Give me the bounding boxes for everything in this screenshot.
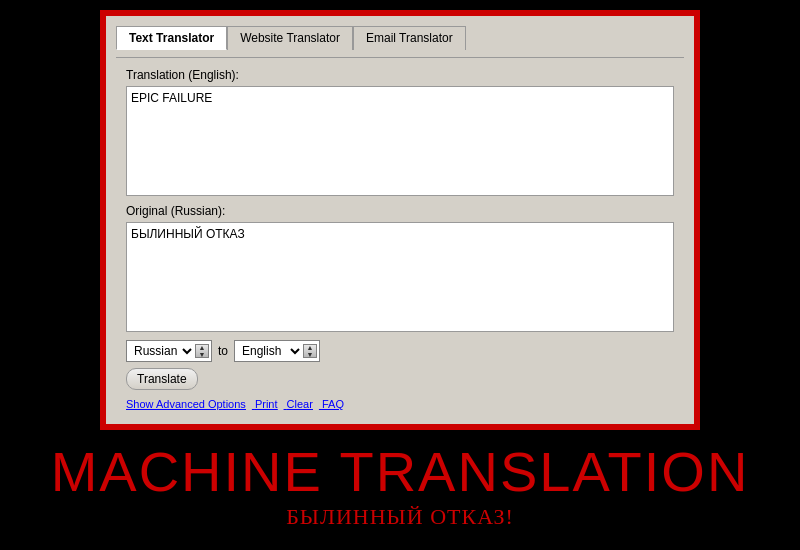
faq-link[interactable]: FAQ (322, 398, 344, 410)
to-language-select[interactable]: English Russian French German Spanish (237, 342, 303, 360)
translator-content: Text Translator Website Translator Email… (106, 16, 694, 424)
from-language-select[interactable]: Russian English French German Spanish (129, 342, 195, 360)
translation-label: Translation (English): (126, 68, 674, 82)
footer-section: MACHINE TRANSLATION БЫЛИННЫЙ ОТКАЗ! (0, 444, 800, 530)
bottom-links: Show Advanced Options Print Clear FAQ (126, 398, 674, 410)
to-label: to (218, 344, 228, 358)
original-section: Original (Russian): (126, 204, 674, 332)
main-title: MACHINE TRANSLATION (0, 444, 800, 500)
to-language-arrow[interactable]: ▲ ▼ (303, 344, 317, 358)
print-link[interactable]: Print (255, 398, 278, 410)
translate-button[interactable]: Translate (126, 368, 198, 390)
translation-section: Translation (English): (126, 68, 674, 196)
tab-email-translator[interactable]: Email Translator (353, 26, 466, 50)
translator-frame: Text Translator Website Translator Email… (100, 10, 700, 430)
from-language-arrow[interactable]: ▲ ▼ (195, 344, 209, 358)
original-label: Original (Russian): (126, 204, 674, 218)
from-language-select-wrapper[interactable]: Russian English French German Spanish ▲ … (126, 340, 212, 362)
tab-bar: Text Translator Website Translator Email… (116, 26, 684, 50)
show-advanced-options-link[interactable]: Show Advanced Options (126, 398, 246, 410)
language-controls: Russian English French German Spanish ▲ … (126, 340, 674, 362)
translation-textarea[interactable] (126, 86, 674, 196)
tab-website-translator[interactable]: Website Translator (227, 26, 353, 50)
tab-content-area: Translation (English): Original (Russian… (116, 57, 684, 420)
original-textarea[interactable] (126, 222, 674, 332)
russian-subtitle: БЫЛИННЫЙ ОТКАЗ! (0, 504, 800, 530)
clear-link[interactable]: Clear (287, 398, 313, 410)
tab-text-translator[interactable]: Text Translator (116, 26, 227, 50)
to-language-select-wrapper[interactable]: English Russian French German Spanish ▲ … (234, 340, 320, 362)
